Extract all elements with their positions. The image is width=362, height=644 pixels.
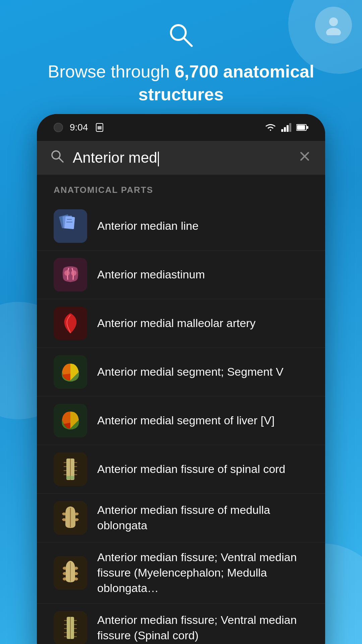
result-item-3[interactable]: Anterior medial malleolar artery	[37, 299, 325, 348]
svg-point-22	[64, 270, 70, 276]
search-input[interactable]: Anterior med	[73, 149, 289, 166]
result-text-3: Anterior medial malleolar artery	[97, 316, 308, 331]
battery-icon	[296, 124, 308, 131]
result-item-1[interactable]: Anterior median line	[37, 202, 325, 251]
anatomy-icon-medulla	[57, 504, 84, 531]
svg-line-3	[184, 38, 192, 46]
result-text-2: Anterior mediastinum	[97, 267, 308, 282]
section-label: ANATOMICAL PARTS	[37, 175, 325, 202]
result-icon-3	[54, 307, 87, 340]
svg-point-1	[326, 28, 341, 35]
result-text-8: Anterior median fissure; Ventral median …	[97, 550, 308, 596]
result-text-7: Anterior median fissure of medulla oblon…	[97, 502, 308, 533]
anatomy-icon-spinal-cord	[57, 456, 84, 483]
result-icon-1	[54, 209, 87, 243]
phone-frame: 9:04	[37, 114, 325, 644]
anatomy-icon-liver-v2	[57, 407, 84, 434]
anatomy-icon-brainstem	[57, 559, 84, 586]
result-item-9[interactable]: Anterior median fissure; Ventral median …	[37, 604, 325, 644]
svg-rect-34	[66, 476, 74, 479]
status-bar: 9:04	[37, 114, 325, 141]
svg-point-23	[71, 270, 76, 276]
result-icon-8	[54, 556, 87, 590]
header-title: Browse through 6,700 anatomical structur…	[0, 60, 362, 106]
status-bar-left: 9:04	[54, 122, 104, 133]
svg-rect-8	[287, 125, 289, 132]
result-icon-4	[54, 355, 87, 389]
sim-icon	[95, 123, 104, 132]
user-avatar-button[interactable]	[315, 7, 352, 44]
anatomy-icon-artery	[57, 310, 84, 337]
svg-rect-19	[64, 216, 75, 229]
result-icon-7	[54, 501, 87, 535]
status-bar-right	[265, 123, 308, 132]
result-icon-5	[54, 404, 87, 437]
clear-x-icon	[298, 149, 312, 163]
wifi-icon	[265, 123, 276, 132]
result-text-1: Anterior median line	[97, 218, 308, 234]
results-container: ANATOMICAL PARTS Anterior median line	[37, 175, 325, 644]
anatomy-icon-spinal-cord-2	[57, 614, 84, 641]
result-item-4[interactable]: Anterior medial segment; Segment V	[37, 348, 325, 396]
result-text-9: Anterior median fissure; Ventral median …	[97, 612, 308, 643]
result-icon-6	[54, 452, 87, 486]
result-icon-2	[54, 258, 87, 291]
search-magnifier-icon	[50, 149, 64, 163]
header-search-icon-container	[166, 20, 196, 50]
search-bar-icon	[50, 149, 64, 166]
header-section: Browse through 6,700 anatomical structur…	[0, 0, 362, 106]
svg-rect-12	[306, 126, 308, 129]
result-text-6: Anterior median fissure of spinal cord	[97, 462, 308, 477]
anatomy-icon-liver-v	[57, 359, 84, 385]
svg-rect-7	[284, 127, 286, 132]
user-icon	[323, 15, 344, 35]
svg-rect-9	[289, 123, 291, 132]
svg-rect-6	[281, 129, 283, 132]
result-item-7[interactable]: Anterior median fissure of medulla oblon…	[37, 494, 325, 542]
result-item-2[interactable]: Anterior mediastinum	[37, 251, 325, 299]
result-item-6[interactable]: Anterior median fissure of spinal cord	[37, 445, 325, 494]
result-item-8[interactable]: Anterior median fissure; Ventral median …	[37, 542, 325, 604]
header-title-normal: Browse through	[48, 62, 175, 81]
anatomy-icon-chest	[57, 261, 84, 288]
svg-rect-5	[98, 126, 102, 129]
search-query-text: Anterior med	[73, 149, 157, 166]
camera-dot	[54, 123, 63, 132]
header-search-icon	[168, 22, 194, 49]
result-icon-9	[54, 611, 87, 644]
anatomy-icon-blue-book	[57, 213, 84, 239]
svg-line-14	[59, 158, 63, 162]
result-item-5[interactable]: Anterior medial segment of liver [V]	[37, 396, 325, 445]
search-bar[interactable]: Anterior med	[37, 141, 325, 175]
svg-point-0	[329, 17, 338, 26]
search-clear-button[interactable]	[298, 149, 312, 166]
status-time: 9:04	[70, 122, 88, 133]
text-cursor	[158, 152, 159, 166]
result-text-5: Anterior medial segment of liver [V]	[97, 413, 308, 428]
svg-rect-11	[297, 125, 305, 130]
signal-icon	[281, 123, 291, 132]
result-text-4: Anterior medial segment; Segment V	[97, 364, 308, 380]
